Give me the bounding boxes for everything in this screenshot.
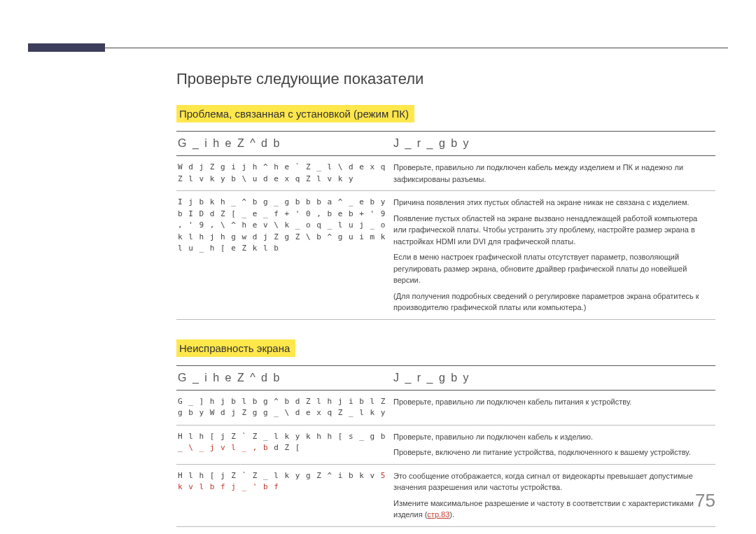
solution-text: Причина появления этих пустых областей н… bbox=[393, 197, 711, 209]
table-row: H l h [ j Z ` Z _ l k y g Z ^ i b k v 5 … bbox=[176, 464, 715, 526]
solution-text: Это сообщение отображается, когда сигнал… bbox=[393, 470, 711, 493]
cell-symptom: G _ ] h j b l b g ^ b d Z l h j i b l Z … bbox=[176, 390, 392, 425]
header-bar bbox=[28, 43, 728, 52]
cell-symptom: I j b k h _ ^ b g _ g b b b a ^ _ e b y … bbox=[176, 191, 392, 320]
solution-text: Проверьте, правильно ли подключен кабель… bbox=[393, 162, 711, 185]
col-header-right: J _ r _ g b y bbox=[392, 132, 715, 156]
header-line bbox=[28, 48, 728, 48]
table-row: G _ ] h j b l b g ^ b d Z l h j i b l Z … bbox=[176, 390, 715, 425]
cell-symptom: H l h [ j Z ` Z _ l k y g Z ^ i b k v 5 … bbox=[176, 464, 392, 526]
cell-solution: Проверьте, правильно ли подключен кабель… bbox=[392, 425, 715, 464]
page-title: Проверьте следующие показатели bbox=[176, 70, 715, 88]
solution-text: Измените максимальное разрешение и часто… bbox=[393, 498, 711, 521]
cell-solution: Проверьте, правильно ли подключен кабель… bbox=[392, 156, 715, 191]
page: Проверьте следующие показатели Проблема,… bbox=[0, 0, 756, 534]
page-link[interactable]: стр.83 bbox=[427, 510, 449, 519]
cell-solution: Причина появления этих пустых областей н… bbox=[392, 191, 715, 320]
solution-text: (Для получения подробных сведений о регу… bbox=[393, 290, 711, 314]
tbody-section1: W d j Z g i j h ^ h e ` Z _ l \ d e x q … bbox=[176, 156, 715, 320]
tbody-section2: G _ ] h j b l b g ^ b d Z l h j i b l Z … bbox=[176, 390, 715, 526]
table-row: I j b k h _ ^ b g _ g b b b a ^ _ e b y … bbox=[176, 191, 715, 320]
col-header-left: G _ i h e Z ^ d b bbox=[176, 132, 392, 156]
table-section1: G _ i h e Z ^ d b J _ r _ g b y W d j Z … bbox=[176, 131, 715, 320]
content: Проверьте следующие показатели Проблема,… bbox=[176, 70, 715, 534]
solution-text: Проверьте, включено ли питание устройств… bbox=[393, 447, 711, 458]
cell-symptom: W d j Z g i j h ^ h e ` Z _ l \ d e x q … bbox=[176, 156, 392, 191]
table-row: H l h [ j Z ` Z _ l k y k h h [ s _ g b … bbox=[176, 425, 715, 464]
garbled-red-text: \ _ j v l _ , b bbox=[188, 443, 268, 452]
solution-text: Проверьте, правильно ли подключен кабель… bbox=[393, 396, 711, 408]
col-header-left: G _ i h e Z ^ d b bbox=[176, 365, 392, 390]
solution-text: Проверьте, правильно ли подключен кабель… bbox=[393, 431, 711, 443]
garbled-red-text: 5 k v l b f j _ ' b f bbox=[178, 471, 386, 492]
section1-label: Проблема, связанная с установкой (режим … bbox=[176, 105, 414, 122]
solution-text: Появление пустых областей на экране вызв… bbox=[393, 213, 711, 248]
header-block bbox=[28, 43, 105, 52]
solution-text: Если в меню настроек графической платы о… bbox=[393, 251, 711, 286]
table-section2: G _ i h e Z ^ d b J _ r _ g b y G _ ] h … bbox=[176, 365, 715, 527]
section2-label: Неисправность экрана bbox=[176, 339, 295, 357]
col-header-right: J _ r _ g b y bbox=[392, 365, 715, 390]
page-number: 75 bbox=[695, 490, 715, 512]
cell-symptom: H l h [ j Z ` Z _ l k y k h h [ s _ g b … bbox=[176, 425, 392, 464]
cell-solution: Это сообщение отображается, когда сигнал… bbox=[392, 464, 715, 526]
table-row: W d j Z g i j h ^ h e ` Z _ l \ d e x q … bbox=[176, 156, 715, 191]
cell-solution: Проверьте, правильно ли подключен кабель… bbox=[392, 390, 715, 425]
